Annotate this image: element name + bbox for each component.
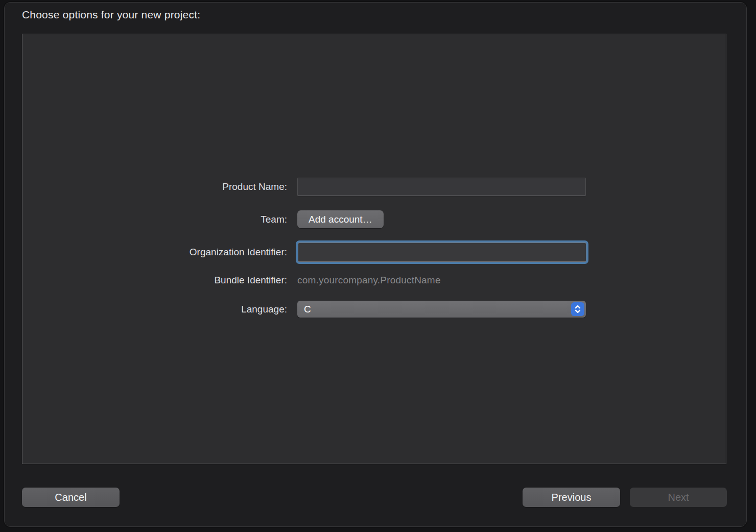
cancel-button[interactable]: Cancel: [22, 488, 120, 507]
language-selected-value: C: [304, 304, 311, 315]
product-name-row: Product Name:: [22, 178, 726, 196]
language-label: Language:: [22, 304, 287, 315]
next-button[interactable]: Next: [630, 488, 727, 507]
new-project-options-dialog: Choose options for your new project: Pro…: [4, 2, 747, 527]
bundle-identifier-row: Bundle Identifier: com.yourcompany.Produ…: [22, 273, 726, 287]
organization-identifier-input[interactable]: [298, 243, 586, 262]
add-account-button[interactable]: Add account…: [297, 210, 384, 228]
language-popup[interactable]: C: [297, 301, 586, 318]
team-row: Team: Add account…: [22, 210, 726, 228]
product-name-label: Product Name:: [22, 181, 287, 192]
previous-button[interactable]: Previous: [523, 488, 620, 507]
dialog-title: Choose options for your new project:: [22, 9, 200, 21]
team-label: Team:: [22, 214, 287, 225]
bundle-identifier-value: com.yourcompany.ProductName: [297, 275, 441, 286]
organization-identifier-label: Organization Identifier:: [22, 247, 287, 258]
organization-identifier-row: Organization Identifier:: [22, 240, 726, 264]
product-name-input[interactable]: [297, 178, 586, 196]
language-row: Language: C: [22, 301, 726, 318]
options-panel: Product Name: Team: Add account… Organiz…: [22, 34, 726, 464]
focus-ring: [296, 240, 588, 264]
up-down-chevrons-icon: [571, 302, 584, 316]
bundle-identifier-label: Bundle Identifier:: [22, 275, 287, 286]
